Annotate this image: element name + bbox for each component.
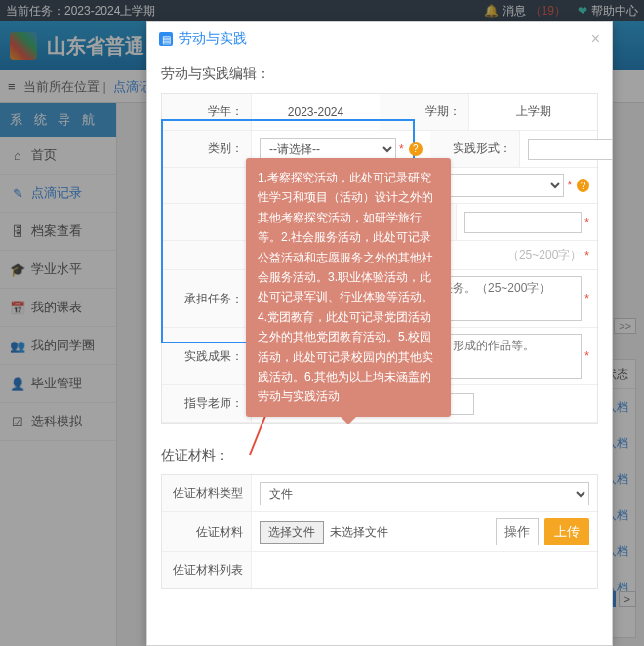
upload-button[interactable]: 上传 bbox=[544, 518, 589, 545]
required-mark: * bbox=[399, 142, 404, 156]
endtime-input[interactable] bbox=[464, 212, 582, 233]
help-icon[interactable]: ? bbox=[577, 179, 589, 192]
evidence-type-select[interactable]: 文件 bbox=[260, 482, 589, 505]
document-icon: ▤ bbox=[159, 32, 173, 46]
category-label: 类别： bbox=[162, 131, 252, 167]
term-label: 学期： bbox=[380, 94, 469, 130]
form-input[interactable] bbox=[528, 139, 612, 160]
no-file-text: 未选择文件 bbox=[330, 524, 388, 541]
teacher-label: 指导老师： bbox=[162, 385, 252, 422]
labor-practice-dialog: ▤ 劳动与实践 × 劳动与实践编辑： 学年： 2023-2024 学期： 上学期… bbox=[146, 21, 613, 646]
choose-file-button[interactable]: 选择文件 bbox=[260, 521, 324, 544]
evidence-list-label: 佐证材料列表 bbox=[162, 552, 252, 588]
result-label: 实践成果： bbox=[162, 328, 252, 384]
year-value: 2023-2024 bbox=[252, 94, 380, 130]
evidence-section-title: 佐证材料： bbox=[161, 441, 598, 474]
operate-button[interactable]: 操作 bbox=[496, 518, 539, 545]
close-icon[interactable]: × bbox=[591, 30, 600, 48]
year-label: 学年： bbox=[162, 94, 252, 130]
evidence-file-label: 佐证材料 bbox=[162, 512, 252, 551]
help-icon[interactable]: ? bbox=[409, 142, 423, 156]
theme-label bbox=[162, 168, 252, 203]
category-tooltip: 1.考察探究活动，此处可记录研究性学习和项目（活动）设计之外的其他考察探究活动，… bbox=[246, 158, 451, 417]
char-hint: （25~200字） bbox=[507, 247, 582, 263]
edit-section-title: 劳动与实践编辑： bbox=[161, 60, 598, 93]
task-label: 承担任务： bbox=[162, 270, 252, 327]
category-select[interactable]: --请选择-- bbox=[260, 138, 396, 161]
term-value: 上学期 bbox=[469, 94, 597, 130]
dialog-title: 劳动与实践 bbox=[179, 30, 247, 48]
evidence-type-label: 佐证材料类型 bbox=[162, 475, 252, 511]
